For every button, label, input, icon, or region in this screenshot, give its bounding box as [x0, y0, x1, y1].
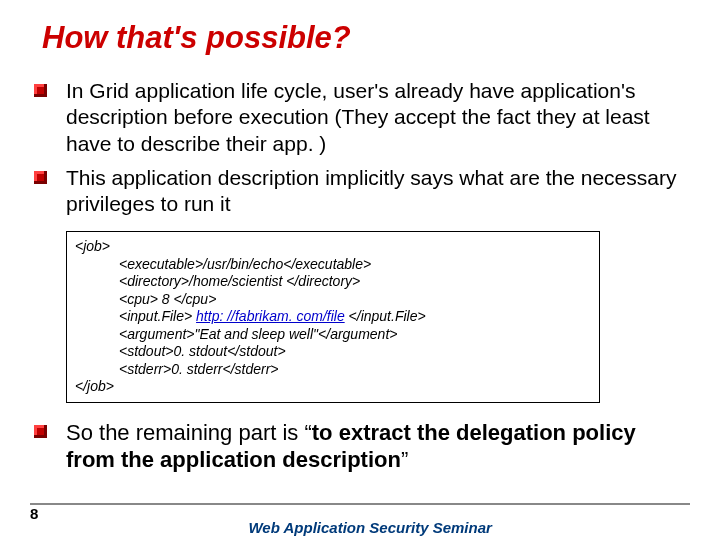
code-line: <stdout>0. stdout</stdout> [75, 343, 591, 361]
bullet-item: In Grid application life cycle, user's a… [30, 78, 690, 157]
code-line: <directory>/home/scientist </directory> [75, 273, 591, 291]
code-box: <job> <executable>/usr/bin/echo</executa… [66, 231, 600, 403]
bullet-item: This application description implicitly … [30, 165, 690, 218]
code-text: <input.File> [119, 308, 196, 324]
code-line: <input.File> http: //fabrikam. com/file … [75, 308, 591, 326]
code-link[interactable]: http: //fabrikam. com/file [196, 308, 345, 324]
bullet-text: So the remaining part is “ [66, 420, 312, 445]
code-line: </job> [75, 378, 591, 396]
slide-footer: 8 Web Application Security Seminar [30, 501, 690, 522]
slide-title: How that's possible? [30, 20, 690, 56]
bullet-list-top: In Grid application life cycle, user's a… [30, 78, 690, 217]
code-line: <cpu> 8 </cpu> [75, 291, 591, 309]
code-text: </input.File> [345, 308, 426, 324]
slide: How that's possible? In Grid application… [0, 0, 720, 540]
bullet-text: ” [401, 447, 408, 472]
footer-title: Web Application Security Seminar [50, 519, 690, 536]
bullet-list-bottom: So the remaining part is “to extract the… [30, 419, 690, 474]
code-line: <job> [75, 238, 591, 256]
code-line: <stderr>0. stderr</stderr> [75, 361, 591, 379]
code-line: <argument>"Eat and sleep well"</argument… [75, 326, 591, 344]
bullet-item: So the remaining part is “to extract the… [30, 419, 690, 474]
page-number: 8 [30, 505, 50, 522]
code-line: <executable>/usr/bin/echo</executable> [75, 256, 591, 274]
